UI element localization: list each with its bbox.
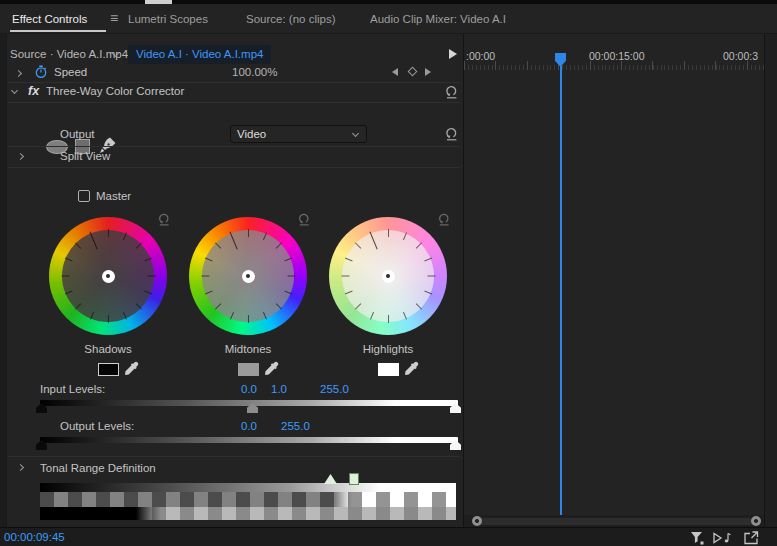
effect-title[interactable]: Three-Way Color Corrector xyxy=(46,85,184,97)
prev-keyframe-icon[interactable] xyxy=(392,68,398,76)
master-checkbox[interactable] xyxy=(78,190,90,202)
reset-midtones-icon[interactable] xyxy=(297,212,312,227)
active-tab-underline xyxy=(10,30,106,32)
timeline-right-edge xyxy=(764,34,777,527)
speed-expand-chevron-icon[interactable] xyxy=(15,70,22,77)
highlights-balance-handle[interactable] xyxy=(382,270,395,283)
output-low-value[interactable]: 0.0 xyxy=(241,420,257,432)
scrollbar-left-knob[interactable] xyxy=(472,516,482,526)
effect-collapse-chevron-icon[interactable] xyxy=(11,87,18,94)
input-high-value[interactable]: 255.0 xyxy=(320,383,349,395)
play-audio-icon[interactable] xyxy=(712,531,732,545)
tonal-range-square-handle[interactable] xyxy=(349,473,359,485)
input-levels-label: Input Levels: xyxy=(40,383,105,395)
master-label: Master xyxy=(96,190,131,202)
row-separator xyxy=(8,102,460,103)
playhead-line xyxy=(560,66,562,516)
timeline-ruler[interactable] xyxy=(464,61,777,70)
reset-highlights-icon[interactable] xyxy=(437,212,452,227)
input-levels-gradient[interactable] xyxy=(40,400,458,406)
sequence-clip-label[interactable]: Video A.I · Video A.I.mp4 xyxy=(128,45,271,64)
row-separator xyxy=(8,456,460,457)
row-separator xyxy=(8,167,460,168)
current-timecode[interactable]: 00:00:09:45 xyxy=(4,531,65,543)
stopwatch-icon[interactable] xyxy=(34,65,48,79)
input-low-value[interactable]: 0.0 xyxy=(241,383,257,395)
scrollbar-right-knob[interactable] xyxy=(751,516,761,526)
source-clip-label[interactable]: Source · Video A.I.mp4 xyxy=(10,48,128,60)
shadows-eyedropper-icon[interactable] xyxy=(124,361,139,376)
dropdown-chevron-icon xyxy=(352,130,359,137)
tonal-range-label[interactable]: Tonal Range Definition xyxy=(40,462,156,474)
status-bar: 00:00:09:45 xyxy=(0,527,777,546)
output-dropdown[interactable]: Video xyxy=(230,125,367,143)
highlights-label: Highlights xyxy=(348,343,428,355)
shadows-balance-handle[interactable] xyxy=(102,270,115,283)
tonal-range-gradient[interactable] xyxy=(40,483,456,492)
output-dropdown-value: Video xyxy=(237,128,266,140)
tonal-range-triangle-handle[interactable] xyxy=(324,474,337,484)
panel-menu-icon[interactable]: ≡ xyxy=(110,10,118,26)
highlights-swatch[interactable] xyxy=(378,363,399,376)
show-timeline-arrow-icon[interactable] xyxy=(449,49,457,59)
tab-audio-clip-mixer[interactable]: Audio Clip Mixer: Video A.I xyxy=(370,13,506,25)
split-view-chevron-icon[interactable] xyxy=(17,153,24,160)
split-view-label[interactable]: Split View xyxy=(60,150,110,162)
reset-shadows-icon[interactable] xyxy=(157,212,172,227)
midtones-label: Midtones xyxy=(208,343,288,355)
reset-output-icon[interactable] xyxy=(444,126,459,141)
shadows-swatch[interactable] xyxy=(98,363,119,376)
output-levels-label: Output Levels: xyxy=(60,420,134,432)
fx-icon[interactable]: fx xyxy=(28,84,39,98)
tab-source-monitor[interactable]: Source: (no clips) xyxy=(246,13,335,25)
tonal-range-checker-bottom xyxy=(40,507,456,520)
row-separator xyxy=(8,146,460,147)
next-keyframe-icon[interactable] xyxy=(425,68,431,76)
effect-controls-panel: Effect Controls ≡ Lumetri Scopes Source:… xyxy=(0,0,777,546)
filter-properties-icon[interactable] xyxy=(688,531,706,545)
midtones-balance-handle[interactable] xyxy=(242,270,255,283)
tab-effect-controls[interactable]: Effect Controls xyxy=(12,13,87,25)
midtones-eyedropper-icon[interactable] xyxy=(264,361,279,376)
output-levels-gradient[interactable] xyxy=(40,437,458,443)
tab-lumetri-scopes[interactable]: Lumetri Scopes xyxy=(128,13,208,25)
panel-tab-bar: Effect Controls ≡ Lumetri Scopes Source:… xyxy=(0,4,777,34)
tonal-range-chevron-icon[interactable] xyxy=(17,464,24,471)
midtones-color-wheel[interactable] xyxy=(189,217,307,335)
timeline-scrollbar[interactable] xyxy=(474,518,753,525)
output-label: Output xyxy=(60,128,95,140)
shadows-color-wheel[interactable] xyxy=(49,217,167,335)
row-separator xyxy=(8,82,460,83)
export-frame-icon[interactable] xyxy=(742,531,760,545)
output-high-value[interactable]: 255.0 xyxy=(281,420,310,432)
speed-label: Speed xyxy=(54,66,87,78)
panel-left-edge xyxy=(0,34,7,527)
reset-effect-icon[interactable] xyxy=(444,84,459,99)
shadows-label: Shadows xyxy=(68,343,148,355)
add-keyframe-icon[interactable] xyxy=(408,67,418,77)
effect-controls-content: Source · Video A.I.mp4 Video A.I · Video… xyxy=(0,34,463,527)
highlights-color-wheel[interactable] xyxy=(329,217,447,335)
effect-timeline: :00:00 00:00:15:00 00:00:3 xyxy=(463,34,777,527)
input-mid-value[interactable]: 1.0 xyxy=(271,383,287,395)
tonal-range-checker-top xyxy=(40,492,456,507)
speed-value[interactable]: 100.00% xyxy=(232,66,277,78)
midtones-swatch[interactable] xyxy=(238,363,259,376)
highlights-eyedropper-icon[interactable] xyxy=(404,361,419,376)
